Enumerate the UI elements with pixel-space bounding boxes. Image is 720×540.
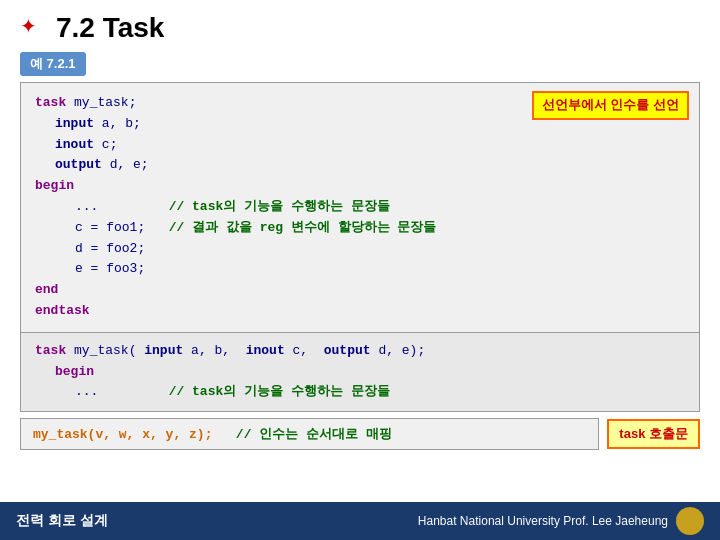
page-footer: 전력 회로 설계 Hanbat National University Prof… [0,502,720,540]
code-line-c: c = foo1; // 결과 값을 reg 변수에 할당하는 문장들 [35,218,685,239]
code-line-dots1: ... // task의 기능을 수행하는 문장들 [35,197,685,218]
code-line-inout: inout c; [35,135,685,156]
code-bottom-line2: begin [35,362,685,383]
kw-begin: begin [35,178,74,193]
example-label: 예 7.2.1 [20,52,86,76]
example-label-container: 예 7.2.1 [0,52,720,82]
kw-task: task [35,95,66,110]
university-logo [676,507,704,535]
call-code-highlight: my_task(v, w, x, y, z); [33,427,212,442]
code-line-output: output d, e; [35,155,685,176]
code-line-endtask: endtask [35,301,685,322]
footer-right-area: Hanbat National University Prof. Lee Jae… [418,507,704,535]
call-annotation: task 호출문 [607,419,700,449]
code-line-begin: begin [35,176,685,197]
annotation-declaration: 선언부에서 인수를 선언 [532,91,689,120]
page-title: 7.2 Task [56,12,164,44]
section-icon: ✦ [20,14,48,42]
kw-output: output [55,157,102,172]
code-line-e: e = foo3; [35,259,685,280]
kw-input: input [55,116,94,131]
kw-inout: inout [55,137,94,152]
code-line-d: d = foo2; [35,239,685,260]
call-line: my_task(v, w, x, y, z); // 인수는 순서대로 매핑 [20,418,599,450]
call-comment: // 인수는 순서대로 매핑 [220,427,392,442]
kw-end: end [35,282,58,297]
code-bottom-line1: task my_task( input a, b, inout c, outpu… [35,341,685,362]
code-block-bottom: task my_task( input a, b, inout c, outpu… [20,333,700,412]
footer-left-text: 전력 회로 설계 [16,512,108,530]
page-header: ✦ 7.2 Task [0,0,720,52]
code-line-end: end [35,280,685,301]
code-block-top: 선언부에서 인수를 선언 task my_task; input a, b; i… [20,82,700,333]
kw-endtask: endtask [35,303,90,318]
footer-university-text: Hanbat National University Prof. Lee Jae… [418,514,668,528]
call-line-container: my_task(v, w, x, y, z); // 인수는 순서대로 매핑 t… [20,418,700,450]
code-bottom-line3: ... // task의 기능을 수행하는 문장들 [35,382,685,403]
